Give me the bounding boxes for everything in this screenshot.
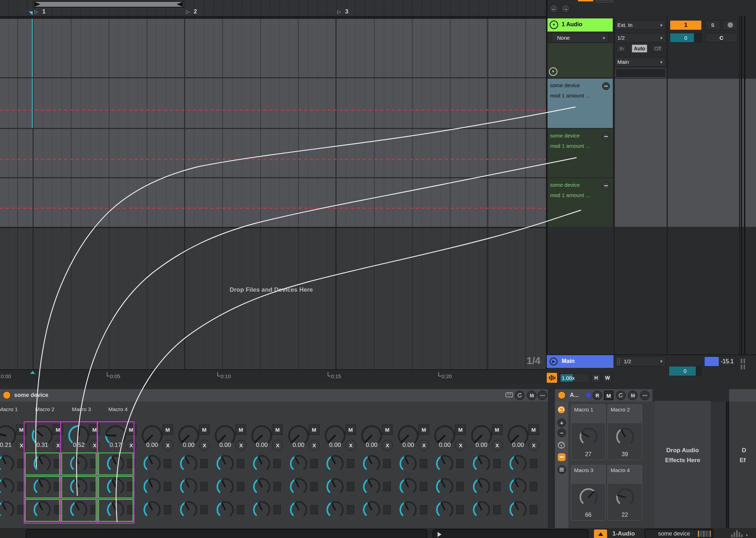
empty-track-area[interactable] [0,227,546,369]
mod-knob-row2-col14[interactable] [472,454,491,473]
remove-lane-button[interactable] [602,82,610,90]
input-type-dropdown[interactable]: Ext. In ▼ [615,20,666,30]
rack-macro-knob[interactable] [579,487,599,509]
mute-button[interactable]: M [492,425,502,435]
mod-knob-row4-col11[interactable] [362,500,381,519]
hot-swap-icon[interactable] [515,391,524,400]
device-chain-scrollbar[interactable] [26,529,427,538]
mod-knob-row4-col10[interactable] [326,500,345,519]
send-unity-box[interactable]: 0 [670,33,702,43]
mod-target-button[interactable] [420,505,427,514]
rack-macro-pad-3[interactable]: Macro 366 [571,465,606,521]
zoom-factor-box[interactable]: 1.00x [560,373,589,383]
macro-knob-row1-col6[interactable] [177,424,200,447]
macro-name-label[interactable]: Macro 2 [35,406,54,412]
mod-knob-row4-col8[interactable] [252,500,271,519]
mod-target-button[interactable] [493,505,501,514]
mod-knob-row2-col10[interactable] [326,454,345,473]
mod-knob-row4-col9[interactable] [289,500,308,519]
mod-target-button[interactable] [273,482,281,491]
mute-button[interactable]: M [418,425,429,435]
track-lane-grid[interactable] [0,19,546,227]
mod-knob-row2-col6[interactable] [179,454,198,473]
bar-number[interactable]: 3 [345,8,348,15]
mod-target-button[interactable] [273,459,281,468]
mod-target-button[interactable] [237,459,244,468]
macro-knob-row1-col9[interactable] [287,424,310,447]
more-options-icon[interactable] [640,391,650,400]
mod-target-button[interactable] [310,505,318,514]
play-chain-icon[interactable] [438,532,441,537]
mute-button[interactable]: M [272,425,283,435]
automation-lane-header-3[interactable]: some devicemod 1 amount ... [547,178,613,227]
back-arrow-button[interactable]: ← [549,4,558,13]
hide-macros-icon[interactable] [558,453,566,461]
next-rack-drop-zone[interactable]: D Ef [729,389,756,538]
automation-lane-header-2[interactable]: some devicemod 1 amount ... [547,129,613,177]
mod-target-button[interactable] [164,505,171,514]
main-volume-box[interactable]: -15.1 [704,357,736,366]
macro-knob-row1-col13[interactable] [433,424,456,447]
loop-brace[interactable] [33,1,184,7]
selected-device-chip[interactable]: some device [645,529,713,538]
mod-target-button[interactable] [383,459,391,468]
mod-target-button[interactable] [310,459,318,468]
track-tab-icon[interactable] [594,529,607,538]
mod-target-button[interactable] [347,505,354,514]
vertical-scrollbar[interactable] [741,16,742,355]
macro-map-icon[interactable] [557,406,566,414]
mod-target-button[interactable] [200,505,208,514]
arm-record-button[interactable] [723,20,738,30]
time-ruler[interactable] [0,369,546,383]
rack-macro-knob[interactable] [615,487,635,509]
scroll-handle-icon[interactable] [741,365,745,369]
mod-knob-row3-col12[interactable] [399,477,418,496]
forward-arrow-button[interactable]: → [561,4,570,13]
automation-baseline-1[interactable] [0,110,546,111]
mod-target-button[interactable] [383,505,391,514]
rack-macro-knob[interactable] [615,427,635,448]
mod-knob-row4-col5[interactable] [143,500,162,519]
mod-target-button[interactable] [456,505,464,514]
macro-knob-row1-col15[interactable] [506,424,530,447]
mod-target-button[interactable] [237,505,244,514]
output-dropdown[interactable]: Main ▼ [615,57,666,67]
mod-knob-row2-col11[interactable] [362,454,381,473]
mod-knob-row3-col14[interactable] [472,477,491,496]
mod-knob-row4-col6[interactable] [179,500,198,519]
rack-activator-led[interactable] [558,391,566,399]
macro-name-label[interactable]: Macro 3 [72,406,91,412]
mod-target-button[interactable] [310,482,318,491]
mute-button[interactable]: M [528,425,539,435]
mod-knob-row3-col10[interactable] [326,477,345,496]
mod-target-button[interactable] [530,459,537,468]
macro-knob-row1-col8[interactable] [250,424,273,447]
mod-knob-row2-col8[interactable] [252,454,271,473]
mod-knob-row3-col15[interactable] [508,477,528,496]
mod-knob-row2-col5[interactable] [143,454,162,473]
device-activator-led[interactable] [3,391,11,399]
mod-target-button[interactable] [530,482,537,491]
track-clip-area[interactable]: ▼ [547,43,613,77]
macro-knob-row1-col5[interactable] [140,424,164,447]
chain-nav-bar[interactable] [433,529,589,538]
mute-button[interactable]: M [455,425,466,435]
mod-knob-row2-col9[interactable] [289,454,308,473]
loop-marker-icon[interactable] [30,371,35,374]
mod-target-button[interactable] [530,505,537,514]
mod-knob-row4-col15[interactable] [508,500,528,519]
track-activator-button[interactable]: 1 [670,20,702,30]
macro-m-button[interactable]: M [604,391,613,400]
output-meter-icon[interactable]: ▼ [731,530,749,537]
track-title-1-audio[interactable]: ▼ 1 Audio [547,18,613,32]
track-tab-label[interactable]: 1-Audio [612,530,635,537]
macro-knob-row1-col12[interactable] [396,424,420,447]
macro-knob-row1-col11[interactable] [360,424,383,447]
mod-knob-row3-col5[interactable] [143,477,162,496]
scroll-handle-icon[interactable] [741,359,745,363]
chain-scroll-area[interactable] [711,402,726,528]
main-send-box[interactable]: 0 [669,366,701,376]
device-title-bar[interactable]: some device [0,389,548,402]
mod-knob-row2-col1[interactable] [0,454,15,473]
rack-drop-zone[interactable]: Drop Audio Effects Here [655,401,711,528]
